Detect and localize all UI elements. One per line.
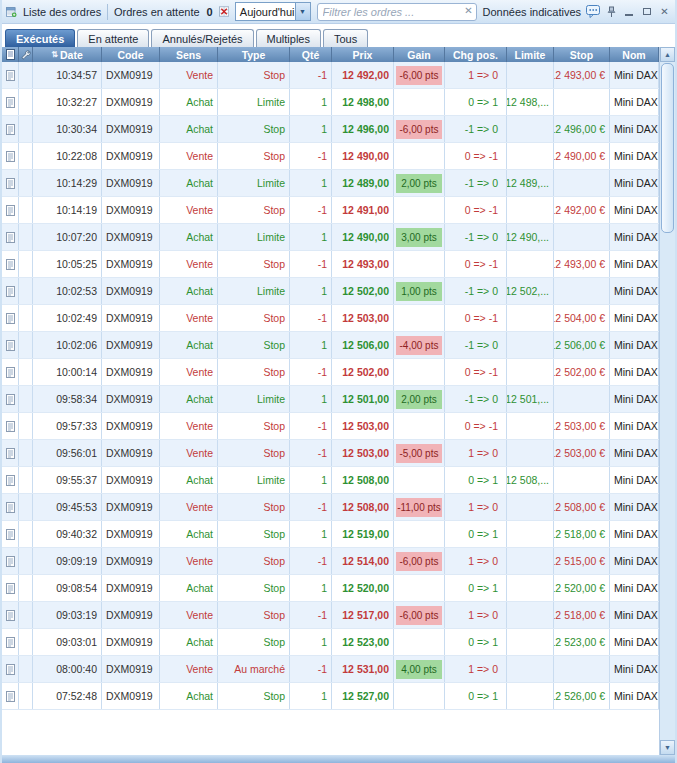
header-gain[interactable]: Gain	[394, 47, 445, 62]
maximize-button[interactable]	[640, 5, 653, 18]
order-row[interactable]: 09:09:19 DXM0919 Vente Stop -1 12 514,00…	[2, 548, 659, 575]
order-row[interactable]: 09:57:33 DXM0919 Vente Stop -1 12 503,00…	[2, 413, 659, 440]
date-cell: 09:40:32	[33, 521, 102, 547]
qty-cell: -1	[290, 143, 332, 169]
header-doc-icon-cell[interactable]	[2, 47, 19, 62]
row-document-icon-cell[interactable]	[2, 683, 19, 709]
header-wrench-icon-cell[interactable]	[19, 47, 33, 62]
row-document-icon-cell[interactable]	[2, 629, 19, 655]
row-tools-cell	[19, 116, 33, 142]
tab-executes[interactable]: Exécutés	[5, 29, 75, 47]
period-dropdown[interactable]: Aujourd'hui ▼	[235, 2, 311, 21]
name-cell: Mini DAX...	[610, 413, 659, 439]
scrollbar-thumb[interactable]	[661, 63, 674, 233]
order-row[interactable]: 09:03:01 DXM0919 Achat Stop 1 12 523,00 …	[2, 629, 659, 656]
order-row[interactable]: 10:30:34 DXM0919 Achat Stop 1 12 496,00 …	[2, 116, 659, 143]
type-cell: Stop	[218, 683, 290, 709]
header-stop[interactable]: Stop	[554, 47, 610, 62]
header-code[interactable]: Code	[102, 47, 160, 62]
name-cell: Mini DAX...	[610, 197, 659, 223]
tab-en-attente[interactable]: En attente	[77, 29, 149, 47]
header-chg-pos[interactable]: Chg pos.	[445, 47, 507, 62]
row-document-icon-cell[interactable]	[2, 116, 19, 142]
order-row[interactable]: 10:02:06 DXM0919 Achat Stop 1 12 506,00 …	[2, 332, 659, 359]
order-row[interactable]: 10:05:25 DXM0919 Vente Stop -1 12 493,00…	[2, 251, 659, 278]
row-document-icon-cell[interactable]	[2, 467, 19, 493]
header-nom[interactable]: Nom	[610, 47, 659, 62]
row-document-icon-cell[interactable]	[2, 305, 19, 331]
row-document-icon-cell[interactable]	[2, 521, 19, 547]
row-document-icon-cell[interactable]	[2, 251, 19, 277]
header-limite[interactable]: Limite	[507, 47, 554, 62]
row-document-icon-cell[interactable]	[2, 440, 19, 466]
scrollbar-track[interactable]	[660, 234, 675, 740]
header-prix[interactable]: Prix	[332, 47, 394, 62]
clear-filter-icon[interactable]: ✕	[464, 5, 472, 16]
order-row[interactable]: 10:14:19 DXM0919 Vente Stop -1 12 491,00…	[2, 197, 659, 224]
row-document-icon-cell[interactable]	[2, 575, 19, 601]
order-row[interactable]: 10:22:08 DXM0919 Vente Stop -1 12 490,00…	[2, 143, 659, 170]
order-row[interactable]: 10:14:29 DXM0919 Achat Limite 1 12 489,0…	[2, 170, 659, 197]
document-icon	[6, 313, 15, 324]
pin-icon[interactable]	[606, 6, 617, 18]
row-document-icon-cell[interactable]	[2, 89, 19, 115]
tab-multiples[interactable]: Multiples	[256, 29, 321, 47]
header-qte[interactable]: Qté	[290, 47, 332, 62]
order-row[interactable]: 08:00:40 DXM0919 Vente Au marché -1 12 5…	[2, 656, 659, 683]
order-row[interactable]: 10:02:53 DXM0919 Achat Limite 1 12 502,0…	[2, 278, 659, 305]
order-row[interactable]: 09:58:34 DXM0919 Achat Limite 1 12 501,0…	[2, 386, 659, 413]
chat-bubble-icon[interactable]	[586, 5, 601, 18]
order-row[interactable]: 09:45:53 DXM0919 Vente Stop -1 12 508,00…	[2, 494, 659, 521]
scroll-up-button[interactable]: ▲	[660, 47, 675, 62]
filter-wrap: ✕	[317, 3, 477, 21]
cancel-pending-orders-icon[interactable]	[219, 5, 229, 18]
row-document-icon-cell[interactable]	[2, 548, 19, 574]
date-cell: 09:08:54	[33, 575, 102, 601]
vertical-scrollbar[interactable]: ▲ ▼	[659, 47, 675, 755]
close-button[interactable]: ✕	[658, 5, 671, 18]
tab-tous[interactable]: Tous	[323, 29, 368, 47]
filter-orders-input[interactable]	[317, 3, 477, 21]
order-row[interactable]: 09:40:32 DXM0919 Achat Stop 1 12 519,00 …	[2, 521, 659, 548]
order-row[interactable]: 10:07:20 DXM0919 Achat Limite 1 12 490,0…	[2, 224, 659, 251]
row-document-icon-cell[interactable]	[2, 278, 19, 304]
price-cell: 12 506,00	[332, 332, 394, 358]
order-row[interactable]: 07:52:48 DXM0919 Achat Stop 1 12 527,00 …	[2, 683, 659, 710]
row-document-icon-cell[interactable]	[2, 197, 19, 223]
gain-cell: 2,00 pts	[394, 386, 445, 412]
price-cell: 12 517,00	[332, 602, 394, 628]
price-cell: 12 520,00	[332, 575, 394, 601]
row-document-icon-cell[interactable]	[2, 62, 19, 88]
name-cell: Mini DAX...	[610, 656, 659, 682]
order-row[interactable]: 09:08:54 DXM0919 Achat Stop 1 12 520,00 …	[2, 575, 659, 602]
tab-annules-rejetes[interactable]: Annulés/Rejetés	[151, 29, 253, 47]
chevron-down-icon[interactable]: ▼	[295, 3, 310, 20]
order-row[interactable]: 10:32:27 DXM0919 Achat Limite 1 12 498,0…	[2, 89, 659, 116]
row-document-icon-cell[interactable]	[2, 494, 19, 520]
row-document-icon-cell[interactable]	[2, 602, 19, 628]
order-row[interactable]: 09:55:37 DXM0919 Achat Limite 1 12 508,0…	[2, 467, 659, 494]
header-type[interactable]: Type	[218, 47, 290, 62]
window-bottom-edge	[2, 755, 675, 763]
row-document-icon-cell[interactable]	[2, 170, 19, 196]
header-sens[interactable]: Sens	[160, 47, 218, 62]
row-document-icon-cell[interactable]	[2, 332, 19, 358]
side-cell: Vente	[160, 143, 218, 169]
side-cell: Vente	[160, 602, 218, 628]
order-row[interactable]: 09:56:01 DXM0919 Vente Stop -1 12 503,00…	[2, 440, 659, 467]
row-document-icon-cell[interactable]	[2, 359, 19, 385]
scroll-down-button[interactable]: ▼	[660, 740, 675, 755]
row-document-icon-cell[interactable]	[2, 413, 19, 439]
row-document-icon-cell[interactable]	[2, 656, 19, 682]
gain-cell	[394, 359, 445, 385]
row-document-icon-cell[interactable]	[2, 143, 19, 169]
row-document-icon-cell[interactable]	[2, 386, 19, 412]
order-row[interactable]: 09:03:19 DXM0919 Vente Stop -1 12 517,00…	[2, 602, 659, 629]
order-row[interactable]: 10:34:57 DXM0919 Vente Stop -1 12 492,00…	[2, 62, 659, 89]
order-row[interactable]: 10:00:14 DXM0919 Vente Stop -1 12 502,00…	[2, 359, 659, 386]
order-row[interactable]: 10:02:49 DXM0919 Vente Stop -1 12 503,00…	[2, 305, 659, 332]
header-date[interactable]: ⇅Date	[33, 47, 102, 62]
minimize-button[interactable]	[622, 5, 635, 18]
price-cell: 12 489,00	[332, 170, 394, 196]
row-document-icon-cell[interactable]	[2, 224, 19, 250]
